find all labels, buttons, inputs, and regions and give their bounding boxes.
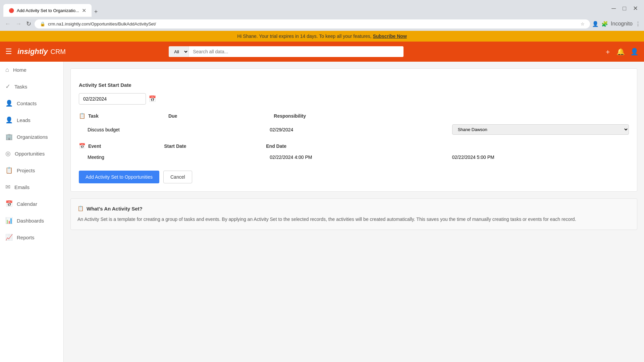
add-activity-set-button[interactable]: Add Activity Set to Opportunities xyxy=(79,171,159,183)
sidebar-item-organizations[interactable]: 🏢 Organizations xyxy=(0,128,63,145)
notifications-button[interactable]: 🔔 xyxy=(616,48,625,56)
address-text: crm.na1.insightly.com/Opportunities/Bulk… xyxy=(48,21,156,26)
sidebar-label-tasks: Tasks xyxy=(14,84,27,89)
event-row: Meeting 02/22/2024 4:00 PM 02/22/2024 5:… xyxy=(79,152,629,163)
task-section-icon: 📋 xyxy=(79,113,86,119)
sidebar-item-tasks[interactable]: ✓ Tasks xyxy=(0,78,63,95)
task-name: Discuss budget xyxy=(88,127,264,132)
browser-controls: ← → ↻ 🔒 crm.na1.insightly.com/Opportunit… xyxy=(0,17,644,31)
event-section: 📅 Event Start Date End Date Meeting 02/2… xyxy=(79,143,629,163)
due-column-header: Due xyxy=(168,113,177,119)
start-date-label: Activity Set Start Date xyxy=(79,82,629,88)
contacts-icon: 👤 xyxy=(5,100,13,107)
hamburger-menu-button[interactable]: ☰ xyxy=(5,47,12,56)
main-content: Activity Set Start Date 📅 📋 Task Due Res… xyxy=(64,62,644,362)
tab-close-button[interactable]: ✕ xyxy=(82,7,86,14)
event-section-icon: 📅 xyxy=(79,143,86,149)
sidebar-label-emails: Emails xyxy=(14,184,30,190)
event-name: Meeting xyxy=(88,155,264,160)
calendar-picker-button[interactable]: 📅 xyxy=(149,95,156,103)
event-column-header: Event xyxy=(88,143,101,149)
info-title-row: 📋 What's An Activity Set? xyxy=(77,205,630,212)
sidebar-item-opportunities[interactable]: ◎ Opportunities xyxy=(0,145,63,162)
action-buttons: Add Activity Set to Opportunities Cancel xyxy=(79,171,629,183)
sidebar-label-contacts: Contacts xyxy=(17,101,37,106)
task-due-date: 02/29/2024 xyxy=(270,127,446,132)
browser-tabs: 🔴 Add Activity Set to Organizatio... ✕ + xyxy=(3,0,100,17)
menu-button[interactable]: ⋮ xyxy=(635,21,641,27)
trial-banner: Hi Shane. Your trial expires in 14 days.… xyxy=(0,31,644,42)
event-section-header: 📅 Event Start Date End Date xyxy=(79,143,629,149)
main-layout: ⌂ Home ✓ Tasks 👤 Contacts 👤 Leads 🏢 Orga… xyxy=(0,62,644,362)
sidebar-item-dashboards[interactable]: 📊 Dashboards xyxy=(0,212,63,229)
sidebar-label-home: Home xyxy=(13,67,26,73)
sidebar-item-calendar[interactable]: 📅 Calendar xyxy=(0,195,63,212)
reports-icon: 📈 xyxy=(5,234,13,241)
search-input[interactable] xyxy=(189,46,404,57)
content-panel: Activity Set Start Date 📅 📋 Task Due Res… xyxy=(70,68,637,192)
search-category-dropdown[interactable]: All xyxy=(169,46,189,57)
new-tab-button[interactable]: + xyxy=(92,7,101,17)
home-icon: ⌂ xyxy=(5,66,9,73)
calendar-icon: 📅 xyxy=(5,200,13,207)
sidebar-label-leads: Leads xyxy=(17,117,31,123)
sidebar-label-calendar: Calendar xyxy=(17,201,37,207)
profile-icon[interactable]: 👤 xyxy=(592,21,599,27)
sidebar-item-contacts[interactable]: 👤 Contacts xyxy=(0,95,63,112)
dashboards-icon: 📊 xyxy=(5,217,13,224)
sidebar-label-dashboards: Dashboards xyxy=(17,218,44,224)
subscribe-link[interactable]: Subscribe Now xyxy=(373,34,407,39)
forward-button[interactable]: → xyxy=(14,19,23,29)
address-bar[interactable]: 🔒 crm.na1.insightly.com/Opportunities/Bu… xyxy=(35,19,590,28)
reload-button[interactable]: ↻ xyxy=(25,19,33,29)
start-date-section: Activity Set Start Date 📅 xyxy=(79,82,629,105)
opportunities-icon: ◎ xyxy=(5,150,11,157)
crm-label: CRM xyxy=(50,48,66,56)
task-section-header: 📋 Task Due Responsibility xyxy=(79,113,629,119)
emails-icon: ✉ xyxy=(5,183,10,191)
event-end-date: 02/22/2024 5:00 PM xyxy=(452,155,629,160)
tab-title: Add Activity Set to Organizatio... xyxy=(17,8,79,13)
browser-chrome: 🔴 Add Activity Set to Organizatio... ✕ +… xyxy=(0,0,644,17)
bookmark-icon[interactable]: ☆ xyxy=(581,21,585,26)
lock-icon: 🔒 xyxy=(40,21,45,26)
active-tab[interactable]: 🔴 Add Activity Set to Organizatio... ✕ xyxy=(3,4,92,17)
browser-action-buttons: 👤 🧩 Incognito ⋮ xyxy=(592,21,641,27)
app-header: ☰ insightly CRM All ＋ 🔔 👤 xyxy=(0,42,644,62)
leads-icon: 👤 xyxy=(5,116,13,124)
info-body-text: An Activity Set is a template for creati… xyxy=(77,216,630,223)
sidebar-label-reports: Reports xyxy=(17,235,35,240)
date-input-row: 📅 xyxy=(79,93,629,105)
sidebar-item-leads[interactable]: 👤 Leads xyxy=(0,112,63,128)
start-date-column-header: Start Date xyxy=(164,143,186,149)
sidebar-item-projects[interactable]: 📋 Projects xyxy=(0,162,63,179)
header-actions: ＋ 🔔 👤 xyxy=(604,47,639,56)
sidebar-label-organizations: Organizations xyxy=(17,134,48,140)
cancel-button[interactable]: Cancel xyxy=(163,171,192,183)
info-panel: 📋 What's An Activity Set? An Activity Se… xyxy=(70,198,637,230)
sidebar-label-opportunities: Opportunities xyxy=(15,151,45,157)
maximize-button[interactable]: □ xyxy=(620,4,629,13)
close-window-button[interactable]: ✕ xyxy=(630,4,641,13)
end-date-column-header: End Date xyxy=(266,143,286,149)
sidebar-item-emails[interactable]: ✉ Emails xyxy=(0,179,63,195)
tab-favicon: 🔴 xyxy=(9,8,14,13)
trial-text: Hi Shane. Your trial expires in 14 days.… xyxy=(237,34,372,39)
minimize-button[interactable]: ─ xyxy=(609,4,619,13)
sidebar-item-home[interactable]: ⌂ Home xyxy=(0,62,63,78)
responsibility-dropdown[interactable]: Shane Dawson xyxy=(452,124,629,135)
sidebar-item-reports[interactable]: 📈 Reports xyxy=(0,229,63,246)
logo-text: insightly xyxy=(17,47,48,56)
info-icon: 📋 xyxy=(77,205,84,212)
window-controls: ─ □ ✕ xyxy=(609,4,641,13)
extensions-icon[interactable]: 🧩 xyxy=(601,21,608,27)
logo-area: insightly CRM xyxy=(17,47,66,56)
task-column-header: Task xyxy=(88,113,99,119)
info-title-text: What's An Activity Set? xyxy=(87,206,143,212)
start-date-input[interactable] xyxy=(79,93,146,105)
back-button[interactable]: ← xyxy=(3,19,12,29)
add-button[interactable]: ＋ xyxy=(604,47,611,56)
user-profile-button[interactable]: 👤 xyxy=(630,48,639,56)
organizations-icon: 🏢 xyxy=(5,133,13,140)
incognito-label: Incognito xyxy=(611,21,633,27)
